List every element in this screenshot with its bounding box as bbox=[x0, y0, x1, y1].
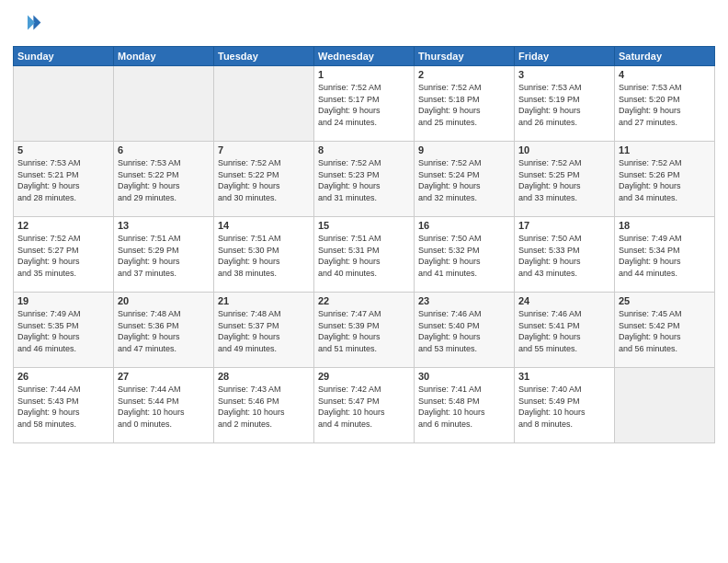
day-number: 25 bbox=[619, 295, 711, 306]
day-number: 6 bbox=[118, 144, 210, 155]
day-number: 23 bbox=[418, 295, 510, 306]
calendar-week-row: 26Sunrise: 7:44 AM Sunset: 5:43 PM Dayli… bbox=[14, 368, 715, 443]
calendar-day-header: Saturday bbox=[615, 47, 715, 66]
day-number: 11 bbox=[619, 144, 711, 155]
calendar-week-row: 19Sunrise: 7:49 AM Sunset: 5:35 PM Dayli… bbox=[14, 293, 715, 368]
calendar-week-row: 5Sunrise: 7:53 AM Sunset: 5:21 PM Daylig… bbox=[14, 142, 715, 217]
calendar-day-cell: 10Sunrise: 7:52 AM Sunset: 5:25 PM Dayli… bbox=[515, 142, 615, 217]
day-number: 29 bbox=[318, 371, 410, 382]
calendar-day-cell: 26Sunrise: 7:44 AM Sunset: 5:43 PM Dayli… bbox=[14, 368, 114, 443]
calendar-day-cell: 4Sunrise: 7:53 AM Sunset: 5:20 PM Daylig… bbox=[615, 66, 715, 142]
calendar-day-cell: 19Sunrise: 7:49 AM Sunset: 5:35 PM Dayli… bbox=[14, 293, 114, 368]
calendar-day-cell: 24Sunrise: 7:46 AM Sunset: 5:41 PM Dayli… bbox=[515, 293, 615, 368]
calendar-day-cell: 20Sunrise: 7:48 AM Sunset: 5:36 PM Dayli… bbox=[114, 293, 214, 368]
day-number: 5 bbox=[17, 144, 109, 155]
header-row: SundayMondayTuesdayWednesdayThursdayFrid… bbox=[14, 47, 715, 66]
day-number: 27 bbox=[118, 371, 210, 382]
day-info: Sunrise: 7:47 AM Sunset: 5:39 PM Dayligh… bbox=[318, 308, 410, 354]
day-number: 8 bbox=[318, 144, 410, 155]
day-number: 20 bbox=[118, 295, 210, 306]
day-info: Sunrise: 7:41 AM Sunset: 5:48 PM Dayligh… bbox=[418, 384, 510, 430]
calendar-day-header: Monday bbox=[114, 47, 214, 66]
calendar-day-header: Friday bbox=[515, 47, 615, 66]
day-number: 15 bbox=[318, 220, 410, 231]
calendar-day-cell bbox=[615, 368, 715, 443]
calendar-table: SundayMondayTuesdayWednesdayThursdayFrid… bbox=[13, 46, 715, 443]
day-info: Sunrise: 7:53 AM Sunset: 5:21 PM Dayligh… bbox=[17, 157, 109, 203]
day-info: Sunrise: 7:46 AM Sunset: 5:41 PM Dayligh… bbox=[518, 308, 610, 354]
day-info: Sunrise: 7:53 AM Sunset: 5:19 PM Dayligh… bbox=[518, 82, 610, 128]
day-info: Sunrise: 7:48 AM Sunset: 5:36 PM Dayligh… bbox=[118, 308, 210, 354]
day-number: 26 bbox=[17, 371, 109, 382]
calendar-day-cell: 6Sunrise: 7:53 AM Sunset: 5:22 PM Daylig… bbox=[114, 142, 214, 217]
day-number: 2 bbox=[418, 69, 510, 80]
day-number: 14 bbox=[218, 220, 310, 231]
calendar-day-cell: 8Sunrise: 7:52 AM Sunset: 5:23 PM Daylig… bbox=[314, 142, 415, 217]
day-number: 13 bbox=[118, 220, 210, 231]
day-number: 28 bbox=[218, 371, 310, 382]
calendar-day-header: Tuesday bbox=[214, 47, 314, 66]
calendar-day-cell: 31Sunrise: 7:40 AM Sunset: 5:49 PM Dayli… bbox=[515, 368, 615, 443]
calendar-body: 1Sunrise: 7:52 AM Sunset: 5:17 PM Daylig… bbox=[14, 66, 715, 443]
day-info: Sunrise: 7:51 AM Sunset: 5:31 PM Dayligh… bbox=[318, 233, 410, 279]
calendar-day-cell: 27Sunrise: 7:44 AM Sunset: 5:44 PM Dayli… bbox=[114, 368, 214, 443]
calendar-day-cell: 25Sunrise: 7:45 AM Sunset: 5:42 PM Dayli… bbox=[615, 293, 715, 368]
calendar-day-cell: 22Sunrise: 7:47 AM Sunset: 5:39 PM Dayli… bbox=[314, 293, 415, 368]
page-header bbox=[13, 9, 715, 39]
day-number: 7 bbox=[218, 144, 310, 155]
day-info: Sunrise: 7:48 AM Sunset: 5:37 PM Dayligh… bbox=[218, 308, 310, 354]
day-number: 22 bbox=[318, 295, 410, 306]
day-number: 30 bbox=[418, 371, 510, 382]
day-info: Sunrise: 7:42 AM Sunset: 5:47 PM Dayligh… bbox=[318, 384, 410, 430]
page-container: SundayMondayTuesdayWednesdayThursdayFrid… bbox=[0, 0, 728, 563]
day-number: 24 bbox=[518, 295, 610, 306]
day-number: 3 bbox=[518, 69, 610, 80]
day-info: Sunrise: 7:44 AM Sunset: 5:43 PM Dayligh… bbox=[17, 384, 109, 430]
day-info: Sunrise: 7:52 AM Sunset: 5:26 PM Dayligh… bbox=[619, 157, 711, 203]
calendar-day-cell: 16Sunrise: 7:50 AM Sunset: 5:32 PM Dayli… bbox=[415, 217, 515, 293]
day-info: Sunrise: 7:52 AM Sunset: 5:25 PM Dayligh… bbox=[518, 157, 610, 203]
day-number: 9 bbox=[418, 144, 510, 155]
calendar-day-cell: 3Sunrise: 7:53 AM Sunset: 5:19 PM Daylig… bbox=[515, 66, 615, 142]
day-number: 19 bbox=[17, 295, 109, 306]
calendar-day-cell: 18Sunrise: 7:49 AM Sunset: 5:34 PM Dayli… bbox=[615, 217, 715, 293]
day-info: Sunrise: 7:49 AM Sunset: 5:35 PM Dayligh… bbox=[17, 308, 109, 354]
day-info: Sunrise: 7:52 AM Sunset: 5:27 PM Dayligh… bbox=[17, 233, 109, 279]
day-info: Sunrise: 7:50 AM Sunset: 5:33 PM Dayligh… bbox=[518, 233, 610, 279]
calendar-day-cell: 28Sunrise: 7:43 AM Sunset: 5:46 PM Dayli… bbox=[214, 368, 314, 443]
day-info: Sunrise: 7:45 AM Sunset: 5:42 PM Dayligh… bbox=[619, 308, 711, 354]
day-info: Sunrise: 7:51 AM Sunset: 5:30 PM Dayligh… bbox=[218, 233, 310, 279]
calendar-day-cell: 15Sunrise: 7:51 AM Sunset: 5:31 PM Dayli… bbox=[314, 217, 415, 293]
calendar-day-cell: 2Sunrise: 7:52 AM Sunset: 5:18 PM Daylig… bbox=[415, 66, 515, 142]
calendar-day-cell bbox=[214, 66, 314, 142]
calendar-day-cell: 29Sunrise: 7:42 AM Sunset: 5:47 PM Dayli… bbox=[314, 368, 415, 443]
calendar-week-row: 12Sunrise: 7:52 AM Sunset: 5:27 PM Dayli… bbox=[14, 217, 715, 293]
day-info: Sunrise: 7:52 AM Sunset: 5:18 PM Dayligh… bbox=[418, 82, 510, 128]
day-info: Sunrise: 7:51 AM Sunset: 5:29 PM Dayligh… bbox=[118, 233, 210, 279]
day-info: Sunrise: 7:50 AM Sunset: 5:32 PM Dayligh… bbox=[418, 233, 510, 279]
calendar-day-cell: 11Sunrise: 7:52 AM Sunset: 5:26 PM Dayli… bbox=[615, 142, 715, 217]
calendar-day-header: Wednesday bbox=[314, 47, 415, 66]
day-number: 17 bbox=[518, 220, 610, 231]
day-info: Sunrise: 7:53 AM Sunset: 5:20 PM Dayligh… bbox=[619, 82, 711, 128]
day-info: Sunrise: 7:52 AM Sunset: 5:17 PM Dayligh… bbox=[318, 82, 410, 128]
calendar-week-row: 1Sunrise: 7:52 AM Sunset: 5:17 PM Daylig… bbox=[14, 66, 715, 142]
calendar-day-cell bbox=[114, 66, 214, 142]
day-info: Sunrise: 7:49 AM Sunset: 5:34 PM Dayligh… bbox=[619, 233, 711, 279]
day-info: Sunrise: 7:40 AM Sunset: 5:49 PM Dayligh… bbox=[518, 384, 610, 430]
day-info: Sunrise: 7:53 AM Sunset: 5:22 PM Dayligh… bbox=[118, 157, 210, 203]
calendar-day-cell: 7Sunrise: 7:52 AM Sunset: 5:22 PM Daylig… bbox=[214, 142, 314, 217]
calendar-day-cell: 5Sunrise: 7:53 AM Sunset: 5:21 PM Daylig… bbox=[14, 142, 114, 217]
calendar-day-cell: 30Sunrise: 7:41 AM Sunset: 5:48 PM Dayli… bbox=[415, 368, 515, 443]
day-number: 18 bbox=[619, 220, 711, 231]
logo-icon bbox=[13, 9, 42, 39]
calendar-day-header: Thursday bbox=[415, 47, 515, 66]
calendar-day-cell: 9Sunrise: 7:52 AM Sunset: 5:24 PM Daylig… bbox=[415, 142, 515, 217]
day-info: Sunrise: 7:43 AM Sunset: 5:46 PM Dayligh… bbox=[218, 384, 310, 430]
day-number: 10 bbox=[518, 144, 610, 155]
day-info: Sunrise: 7:52 AM Sunset: 5:22 PM Dayligh… bbox=[218, 157, 310, 203]
calendar-day-cell: 17Sunrise: 7:50 AM Sunset: 5:33 PM Dayli… bbox=[515, 217, 615, 293]
calendar-day-cell: 1Sunrise: 7:52 AM Sunset: 5:17 PM Daylig… bbox=[314, 66, 415, 142]
day-info: Sunrise: 7:52 AM Sunset: 5:23 PM Dayligh… bbox=[318, 157, 410, 203]
calendar-day-header: Sunday bbox=[14, 47, 114, 66]
